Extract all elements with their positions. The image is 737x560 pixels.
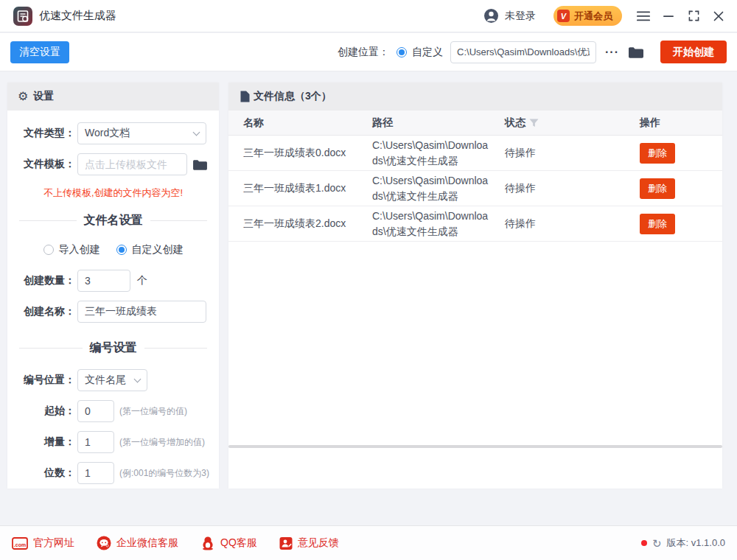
titlebar: 优速文件生成器 未登录 V 开通会员 <box>0 0 737 32</box>
column-action: 操作 <box>634 116 722 130</box>
browse-more-button[interactable]: ··· <box>602 44 622 60</box>
table-row: 三年一班成绩表2.docx C:\Users\Qasim\Downloads\优… <box>228 206 722 242</box>
wechat-icon <box>97 536 111 550</box>
clear-settings-button[interactable]: 清空设置 <box>10 41 69 63</box>
version-label: 版本: <box>666 537 688 548</box>
login-status[interactable]: 未登录 <box>505 10 536 23</box>
app-window: 优速文件生成器 未登录 V 开通会员 <box>0 0 737 560</box>
file-name: 三年一班成绩表0.docx <box>243 147 372 160</box>
link-label: 企业微信客服 <box>116 536 178 550</box>
template-upload-input[interactable] <box>77 153 187 175</box>
settings-panel-header: ⚙ 设置 <box>7 83 219 111</box>
digits-hint: (例:001的编号位数为3) <box>119 467 209 480</box>
custom-location-label: 自定义 <box>412 46 443 59</box>
refresh-icon[interactable]: ↻ <box>652 538 662 549</box>
number-position-label: 编号位置： <box>7 374 75 387</box>
increment-label: 增量： <box>7 435 75 449</box>
folder-icon <box>192 158 208 171</box>
vip-button-label: 开通会员 <box>574 10 612 23</box>
chevron-down-icon <box>134 375 142 382</box>
start-create-button[interactable]: 开始创建 <box>660 41 727 63</box>
start-number-hint: (第一位编号的值) <box>119 405 187 418</box>
feedback-link[interactable]: 意见反馈 <box>279 536 339 550</box>
file-path: C:\Users\Qasim\Downloads\优速文件生成器 <box>372 209 490 239</box>
file-type-select[interactable]: Word文档 <box>77 122 206 144</box>
create-count-label: 创建数量： <box>7 274 75 287</box>
increment-input[interactable] <box>77 431 114 453</box>
version-value: v1.1.0.0 <box>691 537 725 548</box>
create-name-label: 创建名称： <box>7 305 75 318</box>
digits-input[interactable] <box>77 462 114 484</box>
gear-icon: ⚙ <box>18 91 28 102</box>
custom-location-radio[interactable] <box>397 47 407 57</box>
link-label: 官方网址 <box>33 536 74 550</box>
file-status: 待操作 <box>505 217 634 231</box>
link-label: 意见反馈 <box>298 536 339 550</box>
file-name: 三年一班成绩表2.docx <box>243 217 372 231</box>
file-type-label: 文件类型： <box>7 127 75 140</box>
file-panel-header: 文件信息（3个） <box>228 83 722 111</box>
minimize-icon <box>663 11 674 21</box>
count-unit: 个 <box>137 274 147 287</box>
feedback-icon <box>279 536 293 550</box>
output-path-input[interactable] <box>450 41 596 63</box>
toolbar: 清空设置 创建位置： 自定义 ··· 开始创建 <box>0 33 737 71</box>
template-browse-button[interactable] <box>192 158 208 171</box>
start-number-label: 起始： <box>7 405 75 418</box>
vip-badge-icon: V <box>557 10 570 22</box>
create-count-input[interactable] <box>77 270 130 292</box>
file-path: C:\Users\Qasim\Downloads\优速文件生成器 <box>372 138 490 168</box>
table-row: 三年一班成绩表1.docx C:\Users\Qasim\Downloads\优… <box>228 171 722 206</box>
increment-hint: (第一位编号增加的值) <box>119 436 205 449</box>
close-button[interactable] <box>706 5 731 27</box>
website-icon: .com <box>12 537 28 550</box>
column-status: 状态 <box>505 116 634 130</box>
file-name: 三年一班成绩表1.docx <box>243 182 372 195</box>
column-path: 路径 <box>372 116 505 130</box>
app-title: 优速文件生成器 <box>39 9 116 23</box>
open-folder-button[interactable] <box>628 46 644 59</box>
chevron-down-icon <box>193 128 200 136</box>
status-dot-icon <box>641 540 647 546</box>
file-status: 待操作 <box>505 147 634 160</box>
link-label: QQ客服 <box>220 536 257 550</box>
menu-button[interactable] <box>631 5 656 27</box>
vip-upgrade-button[interactable]: V 开通会员 <box>553 6 622 26</box>
official-website-link[interactable]: .com 官方网址 <box>12 536 74 550</box>
create-name-input[interactable] <box>77 301 206 323</box>
maximize-button[interactable] <box>681 5 706 27</box>
numbering-section-title: 编号设置 <box>90 340 137 356</box>
hamburger-icon <box>637 11 650 21</box>
filter-icon[interactable] <box>529 119 539 127</box>
start-number-input[interactable] <box>77 400 114 422</box>
number-position-value: 文件名尾 <box>85 374 129 387</box>
file-panel-title: 文件信息（3个） <box>254 90 332 103</box>
version-area: ↻ 版本: v1.1.0.0 <box>641 536 725 550</box>
file-status: 待操作 <box>505 182 634 195</box>
minimize-button[interactable] <box>656 5 681 27</box>
horizontal-scrollbar[interactable] <box>228 445 722 448</box>
table-header: 名称 路径 状态 操作 <box>228 111 722 136</box>
settings-panel: ⚙ 设置 文件类型： Word文档 文件模板： 不上传模板,创建的文件内容为空!… <box>7 83 219 489</box>
digits-label: 位数： <box>7 466 75 480</box>
qq-support-link[interactable]: QQ客服 <box>200 536 257 550</box>
template-warning-text: 不上传模板,创建的文件内容为空! <box>7 186 219 200</box>
create-location-label: 创建位置： <box>338 46 389 59</box>
radio-on-icon <box>116 245 127 255</box>
delete-button[interactable]: 删除 <box>640 214 675 234</box>
maximize-icon <box>688 10 699 21</box>
create-mode-group: 导入创建 自定义创建 <box>7 243 219 256</box>
user-avatar-icon[interactable] <box>483 8 499 24</box>
settings-title: 设置 <box>33 90 54 103</box>
table-row: 三年一班成绩表0.docx C:\Users\Qasim\Downloads\优… <box>228 136 722 171</box>
file-type-value: Word文档 <box>85 127 188 140</box>
number-position-select[interactable]: 文件名尾 <box>77 369 147 391</box>
import-create-radio[interactable]: 导入创建 <box>43 243 100 256</box>
delete-button[interactable]: 删除 <box>640 143 675 164</box>
close-icon <box>713 11 724 21</box>
wechat-support-link[interactable]: 企业微信客服 <box>97 536 178 550</box>
custom-create-radio[interactable]: 自定义创建 <box>116 243 184 256</box>
delete-button[interactable]: 删除 <box>640 178 675 199</box>
radio-off-icon <box>43 245 54 255</box>
template-label: 文件模板： <box>7 158 75 171</box>
